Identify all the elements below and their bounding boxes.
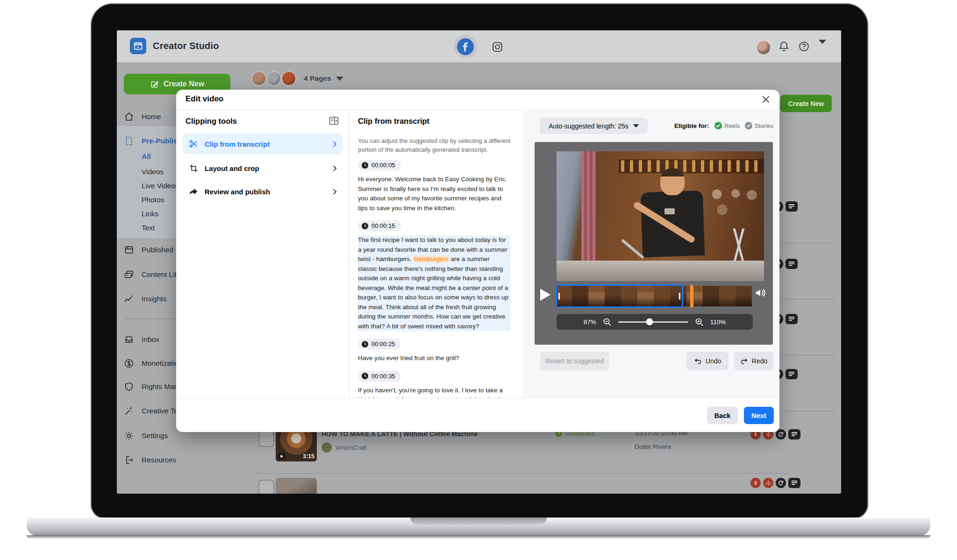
page-avatar xyxy=(281,71,296,86)
comment-icon[interactable] xyxy=(786,259,798,269)
sidebar-item-home[interactable]: Home xyxy=(123,109,161,125)
film-reel-icon[interactable] xyxy=(763,478,773,488)
zoom-out-icon[interactable] xyxy=(603,318,612,326)
comment-icon[interactable] xyxy=(788,429,800,439)
transcript-segment[interactable]: 00:00:05 Hi everyone. Welcome back to Ea… xyxy=(358,155,516,213)
row-checkbox[interactable] xyxy=(258,480,274,494)
volume-icon[interactable] xyxy=(754,287,766,299)
clock-icon xyxy=(362,162,368,169)
door-exit-icon xyxy=(123,454,135,466)
sidebar-item-live-videos[interactable]: Live Videos xyxy=(123,178,179,194)
sidebar-item-text[interactable]: Text xyxy=(123,220,155,236)
comment-icon[interactable] xyxy=(788,478,800,488)
back-button[interactable]: Back xyxy=(707,407,738,424)
transcript-description: You can adjust the suggested clip by sel… xyxy=(358,137,514,155)
modal-title: Edit video xyxy=(186,94,223,104)
transcript-segment[interactable]: 00:00:25 Have you ever tried fruit on th… xyxy=(358,334,516,363)
row-checkbox[interactable] xyxy=(258,431,274,447)
share-arrow-icon xyxy=(188,186,199,197)
crosspost-icon[interactable] xyxy=(776,429,786,439)
crop-icon xyxy=(188,163,199,173)
comment-icon[interactable] xyxy=(786,369,798,379)
notifications-bell-icon[interactable] xyxy=(778,41,790,52)
undo-button[interactable]: Undo xyxy=(686,352,728,370)
clapperboard-icon xyxy=(130,38,146,54)
compose-icon xyxy=(150,80,159,89)
preview-panel: Auto-suggested length: 25s Eligible for:… xyxy=(523,109,779,398)
zoom-in-icon[interactable] xyxy=(695,318,704,326)
tool-clip-from-transcript[interactable]: Clip from transcript xyxy=(183,134,343,154)
app-title: Creator Studio xyxy=(153,41,219,51)
playhead-marker[interactable] xyxy=(690,285,693,307)
filmstrip-timeline[interactable] xyxy=(556,286,752,306)
top-bar: Creator Studio xyxy=(117,30,841,63)
sidebar-item-published[interactable]: Published xyxy=(123,242,173,258)
tool-review-and-publish[interactable]: Review and publish xyxy=(183,181,343,202)
sidebar-item-monetization[interactable]: Monetization xyxy=(123,355,183,371)
zoom-out-value: 87% xyxy=(584,319,596,326)
transcript-list: 00:00:05 Hi everyone. Welcome back to Ea… xyxy=(358,155,516,398)
pre-published-icon xyxy=(123,135,135,147)
row-divider xyxy=(781,299,836,299)
account-caret-icon[interactable] xyxy=(819,44,826,52)
sidebar-item-inbox[interactable]: Inbox xyxy=(123,332,159,347)
page: Creator Studio Creat xyxy=(0,0,957,560)
sidebar-item-links[interactable]: Links xyxy=(123,206,158,222)
sidebar-item-settings[interactable]: Settings xyxy=(123,428,168,444)
play-button[interactable] xyxy=(540,287,552,303)
row-divider xyxy=(781,355,836,355)
crosspost-icon[interactable] xyxy=(776,478,786,488)
redo-button[interactable]: Redo xyxy=(734,352,773,370)
table-create-new-button[interactable]: Create New xyxy=(780,95,832,112)
eligibility-indicators: Eligible for: Reels Stories xyxy=(674,122,773,129)
zoom-slider-thumb[interactable] xyxy=(646,319,653,326)
laptop-notch xyxy=(410,517,547,525)
row-action-icons xyxy=(750,478,800,488)
check-circle-green-icon xyxy=(714,122,722,129)
help-icon[interactable] xyxy=(798,41,810,52)
gear-icon xyxy=(123,430,135,441)
modal-header: Edit video xyxy=(176,90,779,110)
chevron-right-icon xyxy=(333,141,337,148)
close-icon[interactable] xyxy=(761,94,772,105)
next-button[interactable]: Next xyxy=(744,407,774,424)
magic-wand-icon xyxy=(123,405,135,417)
video-preview-frame xyxy=(557,151,764,281)
sidebar-item-resources[interactable]: Resources xyxy=(123,452,176,468)
sidebar-item-photos[interactable]: Photos xyxy=(123,192,164,208)
monetization-status-icon[interactable] xyxy=(750,478,761,488)
timestamp-chip: 00:00:05 xyxy=(358,160,401,170)
clock-icon xyxy=(362,373,368,379)
video-row-channel: WhichCraft xyxy=(321,442,367,453)
page-avatar xyxy=(266,71,281,86)
transcript-segment-selected[interactable]: 00:00:15 The first recipe I want to talk… xyxy=(358,216,516,331)
profile-avatar[interactable] xyxy=(757,41,770,54)
clip-selection-handles[interactable] xyxy=(556,284,683,308)
creator-studio-logo[interactable]: Creator Studio xyxy=(130,38,219,54)
timestamp-chip: 00:00:15 xyxy=(358,220,401,231)
row-divider xyxy=(781,243,836,243)
transcript-segment[interactable]: 00:00:35 If you haven't, you're going to… xyxy=(358,366,516,398)
facebook-tab[interactable] xyxy=(457,38,474,55)
auto-suggested-length-dropdown[interactable]: Auto-suggested length: 25s xyxy=(540,118,648,134)
clipping-tools-title: Clipping tools xyxy=(186,117,237,126)
video-player: 87% 110% xyxy=(535,142,773,345)
comment-icon[interactable] xyxy=(786,201,798,212)
sidebar-item-all[interactable]: All xyxy=(123,149,151,164)
row-divider xyxy=(255,473,792,474)
pages-selector[interactable]: 4 Pages xyxy=(251,71,343,86)
revert-to-suggested-button[interactable]: Revert to suggested xyxy=(540,352,609,370)
laptop-base-edge xyxy=(27,535,930,539)
comment-icon[interactable] xyxy=(786,314,798,324)
video-thumbnail[interactable] xyxy=(276,478,317,494)
collapse-panel-icon[interactable] xyxy=(329,116,339,126)
zoom-slider[interactable] xyxy=(618,321,688,323)
sidebar-item-videos[interactable]: Videos xyxy=(123,164,164,180)
tool-layout-and-crop[interactable]: Layout and crop xyxy=(183,158,343,178)
row-divider xyxy=(781,411,836,411)
transcript-title: Clip from transcript xyxy=(358,117,429,126)
sidebar-item-insights[interactable]: Insights xyxy=(123,291,166,307)
monetization-icon xyxy=(123,358,135,369)
redo-icon xyxy=(740,357,748,365)
instagram-tab[interactable] xyxy=(492,41,503,53)
